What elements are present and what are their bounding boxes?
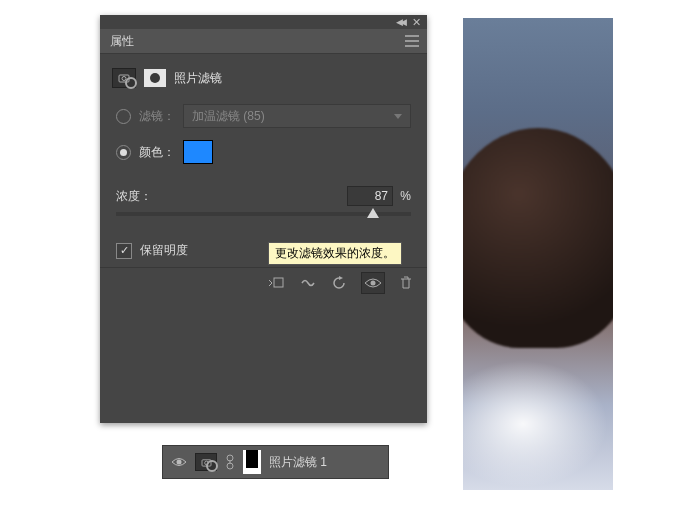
color-label: 颜色： [139, 144, 175, 161]
layer-row[interactable]: 照片滤镜 1 [162, 445, 389, 479]
reset-icon[interactable] [329, 273, 351, 293]
preserve-luminosity-checkbox[interactable] [116, 243, 132, 259]
panel-footer [100, 267, 427, 298]
properties-panel: ◀◀ ✕ 属性 照片滤镜 滤镜： 加温滤镜 (85) 颜色： [100, 15, 427, 423]
filter-dropdown-value: 加温滤镜 (85) [192, 108, 265, 125]
density-value-input[interactable] [347, 186, 393, 206]
panel-header: 属性 [100, 29, 427, 54]
delete-icon[interactable] [395, 273, 417, 293]
density-slider-thumb[interactable] [367, 208, 379, 218]
adjustment-name: 照片滤镜 [174, 70, 222, 87]
density-label: 浓度： [116, 188, 152, 205]
close-panel-icon[interactable]: ✕ [412, 16, 421, 29]
svg-point-3 [371, 281, 376, 286]
layer-name[interactable]: 照片滤镜 1 [269, 454, 327, 471]
adjustment-header: 照片滤镜 [100, 64, 427, 98]
svg-point-6 [204, 461, 208, 465]
layer-visibility-icon[interactable] [171, 454, 187, 470]
density-slider[interactable] [116, 212, 411, 216]
filter-radio[interactable] [116, 109, 131, 124]
panel-title: 属性 [110, 33, 134, 50]
panel-body: 照片滤镜 滤镜： 加温滤镜 (85) 颜色： 浓度： % [100, 54, 427, 423]
density-tooltip: 更改滤镜效果的浓度。 [268, 242, 402, 265]
color-option-row: 颜色： [100, 134, 427, 170]
svg-point-4 [177, 460, 182, 465]
mask-icon[interactable] [144, 69, 166, 87]
visibility-icon[interactable] [361, 272, 385, 294]
layer-link-icon [225, 454, 235, 470]
collapse-panel-icon[interactable]: ◀◀ [396, 17, 404, 27]
color-radio[interactable] [116, 145, 131, 160]
filter-option-row: 滤镜： 加温滤镜 (85) [100, 98, 427, 134]
filter-dropdown: 加温滤镜 (85) [183, 104, 411, 128]
flyout-menu-icon[interactable] [405, 35, 419, 47]
chevron-down-icon [394, 114, 402, 119]
density-block: 浓度： % [100, 170, 427, 234]
view-previous-icon[interactable] [297, 273, 319, 293]
image-preview [463, 18, 613, 490]
panel-tabrow: ◀◀ ✕ [100, 15, 427, 29]
svg-rect-2 [274, 278, 283, 287]
layer-adjustment-icon [195, 453, 217, 471]
preserve-luminosity-label: 保留明度 [140, 242, 188, 259]
layer-mask-thumbnail[interactable] [243, 450, 261, 474]
svg-point-1 [122, 77, 126, 81]
density-unit: % [400, 189, 411, 203]
filter-label: 滤镜： [139, 108, 175, 125]
clip-to-layer-icon[interactable] [265, 273, 287, 293]
adjustment-icon[interactable] [112, 68, 136, 88]
color-swatch[interactable] [183, 140, 213, 164]
